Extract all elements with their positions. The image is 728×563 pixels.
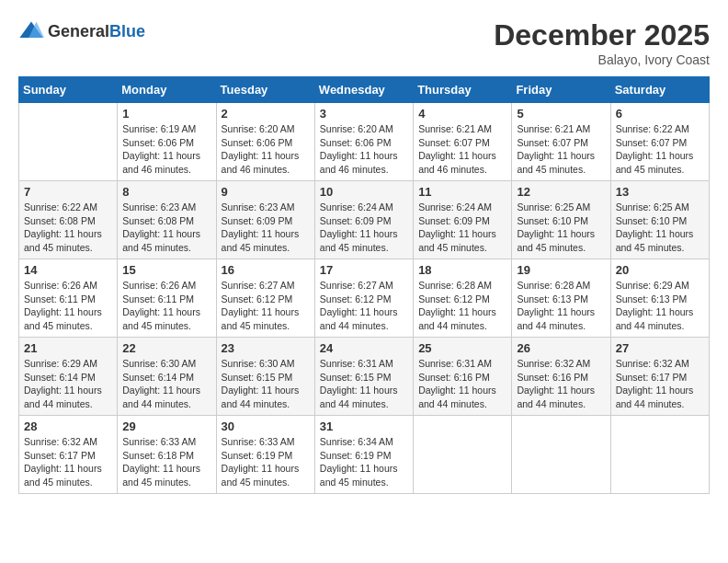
- cell-info: Sunrise: 6:27 AM Sunset: 6:12 PM Dayligh…: [222, 279, 310, 333]
- cell-info: Sunrise: 6:22 AM Sunset: 6:08 PM Dayligh…: [24, 201, 112, 255]
- sunrise-time: Sunrise: 6:30 AM: [222, 358, 295, 369]
- day-number: 24: [320, 341, 408, 355]
- day-number: 21: [24, 341, 112, 355]
- day-number: 23: [222, 341, 310, 355]
- daylight-hours: Daylight: 11 hours and 45 minutes.: [517, 228, 595, 253]
- table-row: 5 Sunrise: 6:21 AM Sunset: 6:07 PM Dayli…: [512, 103, 610, 181]
- table-row: 3 Sunrise: 6:20 AM Sunset: 6:06 PM Dayli…: [314, 103, 413, 181]
- sunrise-time: Sunrise: 6:20 AM: [222, 123, 295, 134]
- table-row: 29 Sunrise: 6:33 AM Sunset: 6:18 PM Dayl…: [118, 416, 216, 494]
- daylight-hours: Daylight: 11 hours and 46 minutes.: [418, 150, 496, 175]
- sunset-time: Sunset: 6:06 PM: [122, 137, 194, 148]
- day-number: 29: [122, 419, 210, 433]
- sunrise-time: Sunrise: 6:31 AM: [418, 358, 492, 369]
- logo: GeneralBlue: [18, 18, 145, 44]
- sunset-time: Sunset: 6:13 PM: [616, 293, 688, 304]
- cell-info: Sunrise: 6:26 AM Sunset: 6:11 PM Dayligh…: [122, 279, 210, 333]
- day-number: 2: [222, 107, 310, 121]
- sunset-time: Sunset: 6:07 PM: [418, 137, 490, 148]
- sunrise-time: Sunrise: 6:29 AM: [24, 358, 97, 369]
- daylight-hours: Daylight: 11 hours and 44 minutes.: [517, 385, 595, 409]
- daylight-hours: Daylight: 11 hours and 45 minutes.: [122, 463, 200, 488]
- sunset-time: Sunset: 6:17 PM: [24, 450, 96, 461]
- header-thursday: Thursday: [414, 77, 512, 103]
- cell-info: Sunrise: 6:30 AM Sunset: 6:14 PM Dayligh…: [122, 357, 210, 411]
- cell-info: Sunrise: 6:24 AM Sunset: 6:09 PM Dayligh…: [418, 201, 506, 255]
- sunset-time: Sunset: 6:17 PM: [616, 372, 688, 383]
- sunset-time: Sunset: 6:09 PM: [222, 215, 293, 226]
- header-tuesday: Tuesday: [216, 77, 314, 103]
- table-row: 23 Sunrise: 6:30 AM Sunset: 6:15 PM Dayl…: [216, 338, 314, 416]
- cell-info: Sunrise: 6:31 AM Sunset: 6:15 PM Dayligh…: [320, 357, 408, 411]
- table-row: 28 Sunrise: 6:32 AM Sunset: 6:17 PM Dayl…: [19, 416, 118, 494]
- table-row: 19 Sunrise: 6:28 AM Sunset: 6:13 PM Dayl…: [512, 259, 610, 338]
- header-monday: Monday: [118, 77, 216, 103]
- cell-info: Sunrise: 6:34 AM Sunset: 6:19 PM Dayligh…: [320, 435, 408, 489]
- day-number: 27: [616, 341, 704, 355]
- day-number: 11: [418, 185, 506, 199]
- day-number: 5: [517, 107, 605, 121]
- logo-icon: [18, 18, 44, 44]
- day-number: 10: [320, 185, 408, 199]
- table-row: 20 Sunrise: 6:29 AM Sunset: 6:13 PM Dayl…: [610, 259, 709, 338]
- table-row: 15 Sunrise: 6:26 AM Sunset: 6:11 PM Dayl…: [118, 259, 216, 338]
- daylight-hours: Daylight: 11 hours and 46 minutes.: [320, 150, 398, 175]
- table-row: [512, 416, 610, 494]
- sunset-time: Sunset: 6:12 PM: [320, 293, 392, 304]
- table-row: 8 Sunrise: 6:23 AM Sunset: 6:08 PM Dayli…: [118, 181, 216, 259]
- cell-info: Sunrise: 6:29 AM Sunset: 6:14 PM Dayligh…: [24, 357, 112, 411]
- daylight-hours: Daylight: 11 hours and 45 minutes.: [222, 228, 300, 253]
- daylight-hours: Daylight: 11 hours and 45 minutes.: [616, 150, 694, 175]
- cell-info: Sunrise: 6:19 AM Sunset: 6:06 PM Dayligh…: [122, 122, 210, 177]
- day-number: 7: [24, 185, 112, 199]
- cell-info: Sunrise: 6:26 AM Sunset: 6:11 PM Dayligh…: [24, 279, 112, 333]
- sunset-time: Sunset: 6:06 PM: [320, 137, 392, 148]
- daylight-hours: Daylight: 11 hours and 45 minutes.: [24, 306, 102, 331]
- sunrise-time: Sunrise: 6:25 AM: [616, 201, 689, 213]
- cell-info: Sunrise: 6:25 AM Sunset: 6:10 PM Dayligh…: [616, 201, 704, 255]
- table-row: 12 Sunrise: 6:25 AM Sunset: 6:10 PM Dayl…: [512, 181, 610, 259]
- daylight-hours: Daylight: 11 hours and 45 minutes.: [418, 228, 496, 253]
- sunrise-time: Sunrise: 6:24 AM: [418, 201, 492, 213]
- location-subtitle: Balayo, Ivory Coast: [494, 52, 710, 67]
- sunset-time: Sunset: 6:18 PM: [122, 450, 194, 461]
- cell-info: Sunrise: 6:23 AM Sunset: 6:08 PM Dayligh…: [122, 201, 210, 255]
- day-number: 4: [418, 107, 506, 121]
- daylight-hours: Daylight: 11 hours and 45 minutes.: [122, 306, 200, 331]
- daylight-hours: Daylight: 11 hours and 45 minutes.: [122, 228, 200, 253]
- sunrise-time: Sunrise: 6:33 AM: [122, 436, 196, 447]
- table-row: 1 Sunrise: 6:19 AM Sunset: 6:06 PM Dayli…: [118, 103, 216, 181]
- logo-general: General: [48, 22, 109, 40]
- daylight-hours: Daylight: 11 hours and 45 minutes.: [616, 228, 694, 253]
- header-wednesday: Wednesday: [314, 77, 413, 103]
- sunset-time: Sunset: 6:10 PM: [616, 215, 688, 226]
- table-row: 2 Sunrise: 6:20 AM Sunset: 6:06 PM Dayli…: [216, 103, 314, 181]
- table-row: 7 Sunrise: 6:22 AM Sunset: 6:08 PM Dayli…: [19, 181, 118, 259]
- sunrise-time: Sunrise: 6:26 AM: [24, 280, 97, 291]
- logo-blue: Blue: [109, 22, 145, 40]
- table-row: 17 Sunrise: 6:27 AM Sunset: 6:12 PM Dayl…: [314, 259, 413, 338]
- sunset-time: Sunset: 6:11 PM: [122, 293, 194, 304]
- day-number: 30: [222, 419, 310, 433]
- daylight-hours: Daylight: 11 hours and 44 minutes.: [616, 306, 694, 331]
- cell-info: Sunrise: 6:27 AM Sunset: 6:12 PM Dayligh…: [320, 279, 408, 333]
- daylight-hours: Daylight: 11 hours and 45 minutes.: [320, 463, 398, 488]
- sunset-time: Sunset: 6:08 PM: [24, 215, 96, 226]
- daylight-hours: Daylight: 11 hours and 44 minutes.: [320, 385, 398, 409]
- cell-info: Sunrise: 6:30 AM Sunset: 6:15 PM Dayligh…: [222, 357, 310, 411]
- daylight-hours: Daylight: 11 hours and 45 minutes.: [24, 463, 102, 488]
- cell-info: Sunrise: 6:23 AM Sunset: 6:09 PM Dayligh…: [222, 201, 310, 255]
- table-row: 10 Sunrise: 6:24 AM Sunset: 6:09 PM Dayl…: [314, 181, 413, 259]
- daylight-hours: Daylight: 11 hours and 44 minutes.: [24, 385, 102, 409]
- sunset-time: Sunset: 6:13 PM: [517, 293, 588, 304]
- sunrise-time: Sunrise: 6:20 AM: [320, 123, 393, 134]
- day-number: 26: [517, 341, 605, 355]
- day-number: 14: [24, 263, 112, 277]
- sunset-time: Sunset: 6:19 PM: [320, 450, 392, 461]
- sunrise-time: Sunrise: 6:23 AM: [122, 201, 196, 213]
- day-number: 31: [320, 419, 408, 433]
- cell-info: Sunrise: 6:20 AM Sunset: 6:06 PM Dayligh…: [222, 122, 310, 177]
- cell-info: Sunrise: 6:28 AM Sunset: 6:13 PM Dayligh…: [517, 279, 605, 333]
- sunset-time: Sunset: 6:14 PM: [24, 372, 96, 383]
- table-row: 16 Sunrise: 6:27 AM Sunset: 6:12 PM Dayl…: [216, 259, 314, 338]
